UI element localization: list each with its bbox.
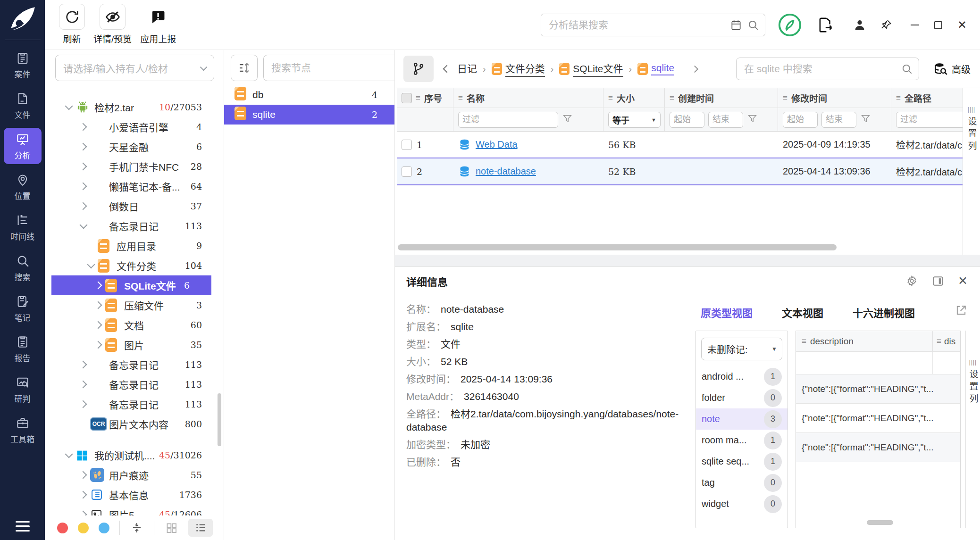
expander-icon[interactable]	[77, 199, 90, 213]
db-table-item[interactable]: room ma... 1	[696, 430, 787, 451]
tree-item[interactable]: 用户痕迹 55	[45, 465, 224, 485]
created-end-input[interactable]	[708, 112, 743, 128]
minimize-button[interactable]	[911, 25, 919, 26]
search-icon[interactable]	[747, 19, 759, 31]
tree-item[interactable]: 图片 35	[45, 335, 224, 355]
db-table-item[interactable]: note 3	[696, 408, 787, 430]
toolbar-action-button[interactable]: 详情/预览	[93, 4, 132, 45]
tree-item[interactable]: 备忘录日记 113	[45, 355, 224, 374]
detail-view-tab[interactable]: 十六进制视图	[853, 305, 915, 320]
node-item[interactable]: db 4	[224, 85, 394, 105]
expander-icon[interactable]	[92, 338, 105, 351]
sort-nodes-button[interactable]	[231, 55, 258, 81]
tree-item[interactable]: 文件分类 104	[45, 256, 224, 275]
horizontal-scrollbar[interactable]	[398, 244, 837, 250]
record-filter-select[interactable]: 未删除记: ▼	[701, 338, 782, 360]
db-table-item[interactable]: tag 0	[696, 472, 787, 493]
expander-icon[interactable]	[77, 180, 90, 193]
expander-icon[interactable]	[77, 378, 90, 391]
table-row[interactable]: 2 note-database 52 KB 2025-04-14 13:09:3…	[397, 158, 963, 185]
tree-view-toggle-button[interactable]	[403, 56, 434, 82]
tree-scrollbar[interactable]	[218, 393, 221, 446]
table-row[interactable]: 1 Web Data 56 KB 2025-04-09 14:19:35 检材2…	[397, 132, 963, 158]
user-icon[interactable]	[853, 18, 866, 32]
sidebar-item[interactable]: 位置	[4, 168, 42, 205]
sidebar-item[interactable]: 分析	[4, 128, 42, 164]
tree-item[interactable]: 小爱语音引擎 4	[45, 117, 224, 137]
yellow-dot-filter[interactable]	[78, 523, 89, 533]
search-icon[interactable]	[901, 63, 913, 75]
toolbar-action-button[interactable]: 应用上报	[140, 4, 176, 45]
close-button[interactable]: ✕	[957, 19, 967, 31]
expander-icon[interactable]	[92, 318, 105, 332]
maximize-button[interactable]	[934, 21, 942, 29]
sidebar-item[interactable]: 案件	[4, 47, 42, 83]
calendar-icon[interactable]	[730, 19, 742, 31]
expander-icon[interactable]	[62, 100, 75, 114]
tree-item[interactable]: 应用目录 9	[45, 236, 224, 256]
close-icon[interactable]: ✕	[958, 274, 968, 288]
status-badge-icon[interactable]	[778, 13, 802, 37]
breadcrumb-item[interactable]: sqlite ›	[637, 62, 674, 75]
column-settings-strip[interactable]: |||| 设置列	[963, 88, 980, 255]
funnel-icon[interactable]	[747, 113, 758, 126]
gear-icon[interactable]	[905, 274, 918, 287]
tree-item[interactable]: SQLite文件 6	[51, 275, 211, 295]
size-operator-select[interactable]: 等于▼	[608, 112, 661, 128]
detail-view-tab[interactable]: 原类型视图	[701, 305, 753, 320]
modified-end-input[interactable]	[821, 112, 856, 128]
sidebar-item[interactable]: 文件	[4, 87, 42, 124]
select-all-checkbox[interactable]	[402, 93, 412, 103]
tree-item[interactable]: 备忘录日记 113	[45, 374, 224, 394]
global-search-input[interactable]	[549, 19, 730, 31]
sidebar-item[interactable]: 搜索	[4, 249, 42, 286]
tree-item[interactable]: 基本信息 1736	[45, 485, 224, 505]
tree-item[interactable]: 我的测试机.... 45/31026	[45, 445, 224, 465]
tree-item[interactable]: 天星金融 6	[45, 137, 224, 157]
record-row[interactable]: {"note":[{"format":"HEADING","t...	[796, 374, 960, 404]
export-icon[interactable]	[816, 16, 834, 34]
expander-icon[interactable]	[84, 239, 98, 252]
name-filter-input[interactable]	[458, 112, 558, 128]
tree-item[interactable]: 懒猫笔记本-备... 64	[45, 176, 224, 196]
expander-icon[interactable]	[84, 259, 98, 272]
tree-item[interactable]: 手机门禁卡NFC 28	[45, 157, 224, 176]
horizontal-scrollbar[interactable]	[867, 520, 893, 525]
tree-item[interactable]: 备忘录日记 113	[45, 394, 224, 414]
record-row[interactable]: {"note":[{"format":"HEADING","t...	[796, 404, 960, 433]
sidebar-item[interactable]: 研判	[4, 371, 42, 407]
red-dot-filter[interactable]	[57, 523, 68, 533]
advanced-search-button[interactable]: 高级	[933, 62, 971, 76]
tree-item[interactable]: 压缩文件 3	[45, 295, 224, 315]
breadcrumb-back-icon[interactable]	[443, 65, 451, 73]
expander-icon[interactable]	[77, 219, 90, 233]
tree-item[interactable]: OCR 图片文本内容 800	[45, 414, 224, 434]
breadcrumb-item[interactable]: 日记 ›	[457, 61, 492, 77]
tree-item[interactable]: 倒数日 37	[45, 196, 224, 216]
expander-icon[interactable]	[77, 488, 90, 501]
node-item[interactable]: sqlite 2	[224, 105, 394, 125]
expander-icon[interactable]	[77, 398, 90, 411]
menu-icon[interactable]	[16, 521, 30, 532]
sidebar-item[interactable]: 报告	[4, 331, 42, 367]
split-panel-icon[interactable]	[931, 274, 945, 288]
expander-icon[interactable]	[92, 299, 105, 312]
expander-icon[interactable]	[77, 468, 90, 482]
breadcrumb-item[interactable]: SQLite文件 ›	[559, 61, 637, 77]
record-row[interactable]: {"note":[{"format":"HEADING","t...	[796, 433, 960, 462]
expander-icon[interactable]	[77, 358, 90, 371]
tree-item[interactable]: 文档 60	[45, 315, 224, 335]
db-table-item[interactable]: android ... 1	[696, 366, 787, 387]
blue-dot-filter[interactable]	[99, 523, 109, 533]
expander-icon[interactable]	[62, 449, 75, 462]
db-table-item[interactable]: folder 0	[696, 387, 787, 408]
detail-view-tab[interactable]: 文本视图	[782, 305, 823, 320]
breadcrumb-item[interactable]: 文件分类 ›	[492, 61, 560, 77]
path-filter-input[interactable]	[896, 112, 972, 128]
column-settings-strip[interactable]: |||| 设置列	[965, 331, 980, 528]
pin-icon[interactable]	[879, 18, 893, 32]
expander-icon[interactable]	[77, 160, 90, 173]
open-external-icon[interactable]	[955, 304, 968, 317]
created-start-input[interactable]	[670, 112, 704, 128]
expander-icon[interactable]	[77, 417, 90, 431]
